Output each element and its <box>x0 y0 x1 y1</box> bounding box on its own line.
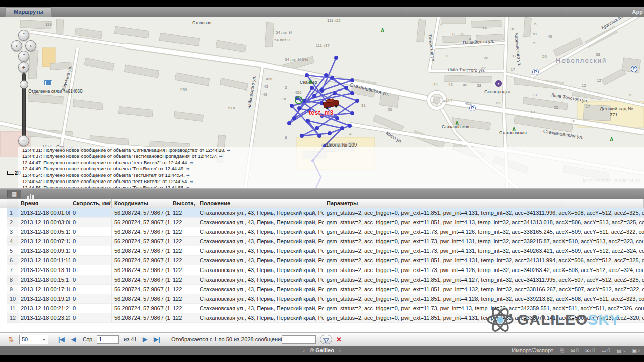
zoom-out-button[interactable]: − <box>18 135 29 146</box>
cell-parameters: gsm_status=2, acc_trigger=0, pwr_ext=11.… <box>324 237 644 246</box>
map-label: 54 лит Н 54в <box>285 57 308 62</box>
tab-bar: Маршруты App <box>0 7 644 17</box>
arrow-icon: ➡ <box>186 167 190 171</box>
cell-location: Стахановская ул., 43, Пермь, Пермский кр… <box>197 275 324 284</box>
table-view-button[interactable]: ▦ <box>7 190 21 198</box>
arrow-icon: ➡ <box>219 154 223 159</box>
letterbox-bottom <box>0 355 644 362</box>
log-message-text: 12:44:31: Получено новое сообщение от об… <box>22 147 225 153</box>
map-label: 12 <box>597 78 601 83</box>
map-label: 11 <box>445 54 449 58</box>
grid-icon[interactable]: ▣ › <box>632 348 640 353</box>
map-label: 111 к22 <box>327 18 341 23</box>
export-file-icon[interactable]: ⎘ <box>560 348 564 353</box>
send-count: 0 <box>592 348 595 353</box>
log-message-text: 12:44:54: Получено новое сообщение от об… <box>22 178 188 184</box>
log-message-text: 12:44:37: Получено новое сообщение от об… <box>22 153 218 159</box>
last-page-button[interactable]: ▶| <box>154 333 160 346</box>
cell-parameters: gsm_status=2, acc_trigger=0, pwr_ext=11.… <box>324 246 644 255</box>
bus-stop-icon: А <box>455 121 459 126</box>
arrow-icon: ➡ <box>190 179 193 184</box>
map-label: 51 <box>533 32 537 36</box>
tracked-object-label[interactable]: test_m3 <box>309 109 334 116</box>
filter-button[interactable] <box>320 335 332 344</box>
cell-location: Стахановская ул., 43, Пермь, Пермский кр… <box>197 285 324 294</box>
table-row[interactable]: 92013-12-18 00:17:19056.208724, 57.9867 … <box>7 285 644 294</box>
top-right-label[interactable]: App <box>632 9 643 15</box>
page-count-label: из 41 <box>124 333 137 346</box>
cell-time: 2013-12-18 00:19:20 <box>18 294 70 303</box>
pan-down-button[interactable]: ˇ <box>18 51 29 62</box>
cell-altitude: 122 <box>170 304 197 313</box>
pan-left-button[interactable]: ‹ <box>11 40 22 51</box>
cell-speed: 0 <box>70 246 112 255</box>
bus-stop-icon: А <box>610 137 613 142</box>
table-row[interactable]: 62013-12-18 00:11:15056.208724, 57.9867 … <box>7 256 644 265</box>
map-label: Детский сад № <box>600 106 633 111</box>
map-label: 371 <box>610 112 618 117</box>
map-label: 42а/1 <box>443 99 453 103</box>
photo-icon[interactable]: ▭ <box>602 348 606 353</box>
log-message-text: 12:44:49: Получено новое сообщение от об… <box>22 166 185 171</box>
pan-right-button[interactable]: › <box>25 40 36 51</box>
cell-parameters: gsm_status=2, acc_trigger=0, pwr_ext=11.… <box>324 285 644 294</box>
column-header[interactable]: Время <box>18 199 70 208</box>
cell-speed: 0 <box>70 237 112 246</box>
table-row[interactable]: 102013-12-18 00:19:20056.208724, 57.9867… <box>7 294 644 304</box>
table-row[interactable]: 52013-12-18 00:09:13056.208724, 57.9867 … <box>7 246 644 256</box>
close-filter-button[interactable]: ✕ <box>336 333 342 346</box>
send-icon[interactable]: ✉› <box>585 348 591 353</box>
cell-coordinates: 56.208724, 57.9867 (15) <box>112 313 170 322</box>
export-icon[interactable]: ⇅ <box>8 333 14 346</box>
pan-up-button[interactable]: ˆ <box>18 30 29 41</box>
cell-altitude: 122 <box>170 313 197 322</box>
tab-routes[interactable]: Маршруты <box>5 7 52 17</box>
map-label: 8 <box>285 135 287 140</box>
zoom-in-button[interactable]: + <box>18 62 29 73</box>
panel-icon[interactable]: ▤ ≈ <box>617 348 626 353</box>
table-row[interactable]: 72013-12-18 00:13:16056.208724, 57.9867 … <box>7 265 644 275</box>
column-header[interactable]: Высота, м <box>170 199 197 208</box>
chart-view-button[interactable] <box>23 190 37 198</box>
column-header[interactable]: Координаты <box>112 199 170 208</box>
parking-icon: P <box>532 69 539 75</box>
first-page-button[interactable]: |◀ <box>58 333 65 346</box>
log-message: 12:44:47: Получено новое сообщение от об… <box>22 160 644 166</box>
map-label: Отделение связи №614066 <box>28 88 83 94</box>
cell-parameters: gsm_status=2, acc_trigger=0, pwr_ext=11.… <box>324 265 644 275</box>
column-header[interactable]: Положение <box>197 199 324 208</box>
map-canvas[interactable]: Стахановская ул.Стахановская ул.Льва Тол… <box>0 17 644 188</box>
table-row[interactable]: 32013-12-18 00:05:11056.208724, 57.9867 … <box>7 227 644 237</box>
table-row[interactable]: 82013-12-18 00:15:17056.208724, 57.9867 … <box>7 275 644 285</box>
page-size-select[interactable]: 50▼ <box>19 335 48 344</box>
cell-location: Стахановская ул., 43, Пермь, Пермский кр… <box>197 237 324 246</box>
map-label: Новоплоский <box>556 57 607 64</box>
map-label: 49а <box>266 77 272 81</box>
log-message: 12:44:49: Получено новое сообщение от об… <box>22 166 644 172</box>
next-page-button[interactable]: ▶ <box>143 333 147 346</box>
column-header[interactable] <box>7 199 18 208</box>
import-export-label[interactable]: Импорт/Экспорт <box>512 347 553 353</box>
zoom-slider-handle[interactable] <box>20 80 28 89</box>
row-number: 9 <box>7 285 18 294</box>
cell-coordinates: 56.208724, 57.9867 (15) <box>112 275 170 284</box>
message-icon[interactable]: ✉ <box>571 348 575 353</box>
row-number: 12 <box>7 313 18 322</box>
cell-altitude: 122 <box>170 275 197 284</box>
row-number: 7 <box>7 265 18 275</box>
logo-text: GALILEOSKY <box>517 311 620 328</box>
cell-speed: 0 <box>70 294 112 303</box>
filter-input[interactable] <box>282 335 316 344</box>
table-row[interactable]: 22013-12-18 00:03:09056.208724, 57.9867 … <box>7 218 644 227</box>
column-header[interactable]: Параметры <box>324 199 644 208</box>
prev-page-button[interactable]: ◀ <box>71 333 76 346</box>
table-row[interactable]: 42013-12-18 00:07:12056.208724, 57.9867 … <box>7 237 644 246</box>
column-header[interactable]: Скорость, км/ч <box>70 199 112 208</box>
bus-stop-icon: А <box>309 79 312 85</box>
table-row[interactable]: 12013-12-18 00:01:08056.208724, 57.9867 … <box>7 208 644 218</box>
page-number-input[interactable] <box>97 335 119 344</box>
cell-altitude: 122 <box>170 256 197 265</box>
map-label: 43 <box>264 84 268 89</box>
cell-altitude: 122 <box>170 208 197 217</box>
bus-stop-icon: А <box>512 127 516 132</box>
